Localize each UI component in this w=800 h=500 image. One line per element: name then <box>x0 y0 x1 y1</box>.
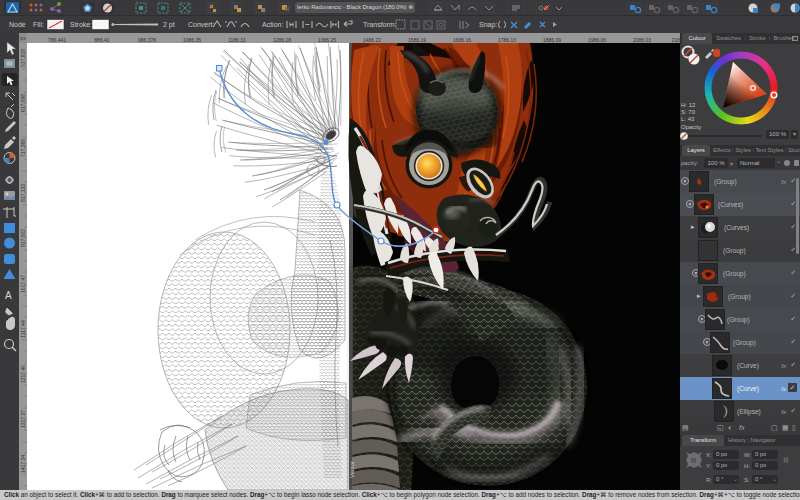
svg-text:2 pt: 2 pt <box>163 21 175 29</box>
svg-text:Action:: Action: <box>262 21 283 28</box>
svg-text:Stroke:: Stroke: <box>70 21 92 28</box>
svg-text:1217.40: 1217.40 <box>20 365 26 383</box>
svg-text:Transform:: Transform: <box>363 21 397 28</box>
svg-text:Fill:: Fill: <box>33 21 44 28</box>
svg-text:Snap:: Snap: <box>479 21 497 29</box>
svg-text:617.598: 617.598 <box>20 94 26 112</box>
svg-text:Node: Node <box>9 21 26 28</box>
svg-text:1317.37: 1317.37 <box>20 410 26 428</box>
svg-text:917.502: 917.502 <box>20 229 26 247</box>
svg-text:1117.44: 1117.44 <box>20 320 26 338</box>
svg-text:817.133: 817.133 <box>20 184 26 202</box>
svg-text:1017.47: 1017.47 <box>20 275 26 293</box>
svg-text:1417.34: 1417.34 <box>20 455 26 473</box>
svg-text:Vector: Vector <box>349 461 355 478</box>
svg-text:Convert:: Convert: <box>188 21 215 28</box>
svg-text:717.368: 717.368 <box>20 139 26 157</box>
svg-text:A: A <box>5 290 12 301</box>
svg-text:517.828: 517.828 <box>20 49 26 67</box>
